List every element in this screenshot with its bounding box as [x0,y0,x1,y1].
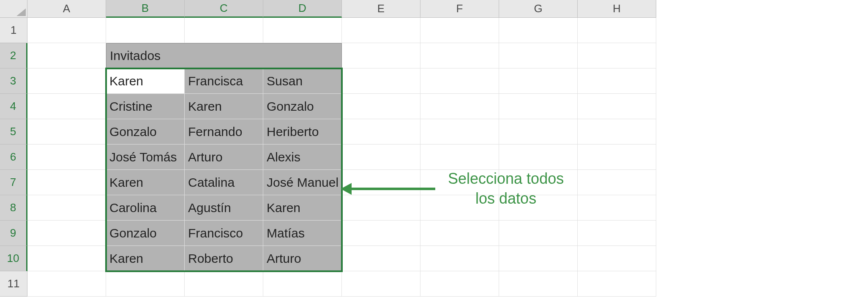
cell-H3[interactable] [578,68,656,94]
col-header-B[interactable]: B [106,0,185,18]
cell-H11[interactable] [578,271,656,297]
cell-B8[interactable]: Carolina [106,195,185,221]
cell-H8[interactable] [578,195,656,221]
cell-A1[interactable] [27,18,106,43]
cell-B6[interactable]: José Tomás [106,145,185,170]
cell-F6[interactable] [420,145,499,170]
cell-G9[interactable] [499,221,578,246]
cell-C11[interactable] [185,271,263,297]
cell-C4[interactable]: Karen [185,94,263,119]
row-header-2[interactable]: 2 [0,43,27,68]
cell-B4[interactable]: Cristine [106,94,185,119]
cell-H6[interactable] [578,145,656,170]
select-all-corner[interactable] [0,0,27,18]
cell-G5[interactable] [499,119,578,145]
cell-H9[interactable] [578,221,656,246]
cell-C8[interactable]: Agustín [185,195,263,221]
cell-A2[interactable] [27,43,106,68]
cell-C1[interactable] [185,18,263,43]
cell-C9[interactable]: Francisco [185,221,263,246]
row-header-4[interactable]: 4 [0,94,27,119]
col-header-E[interactable]: E [342,0,420,18]
cell-F1[interactable] [420,18,499,43]
cell-A6[interactable] [27,145,106,170]
cell-D7[interactable]: José Manuel [263,170,342,195]
cell-C10[interactable]: Roberto [185,246,263,271]
cell-A7[interactable] [27,170,106,195]
cell-A4[interactable] [27,94,106,119]
cell-G1[interactable] [499,18,578,43]
cell-C3[interactable]: Francisca [185,68,263,94]
cell-G3[interactable] [499,68,578,94]
cell-H4[interactable] [578,94,656,119]
col-header-A[interactable]: A [27,0,106,18]
cell-E10[interactable] [342,246,420,271]
cell-B9[interactable]: Gonzalo [106,221,185,246]
cell-B7[interactable]: Karen [106,170,185,195]
cell-E6[interactable] [342,145,420,170]
row-header-8[interactable]: 8 [0,195,27,221]
cell-A5[interactable] [27,119,106,145]
row-header-6[interactable]: 6 [0,145,27,170]
cell-A11[interactable] [27,271,106,297]
cell-F3[interactable] [420,68,499,94]
cell-D10[interactable]: Arturo [263,246,342,271]
cell-B1[interactable] [106,18,185,43]
cell-F2[interactable] [420,43,499,68]
spreadsheet-grid[interactable]: A B C D E F G H 1 2 Invitados 3 Karen Fr… [0,0,868,297]
cell-E2[interactable] [342,43,420,68]
cell-F5[interactable] [420,119,499,145]
col-header-H[interactable]: H [578,0,656,18]
cell-E5[interactable] [342,119,420,145]
cell-F4[interactable] [420,94,499,119]
cell-G11[interactable] [499,271,578,297]
cell-B3[interactable]: Karen [106,68,185,94]
cell-A10[interactable] [27,246,106,271]
cell-B10[interactable]: Karen [106,246,185,271]
cell-F9[interactable] [420,221,499,246]
col-header-G[interactable]: G [499,0,578,18]
cell-G6[interactable] [499,145,578,170]
cell-D9[interactable]: Matías [263,221,342,246]
row-header-9[interactable]: 9 [0,221,27,246]
cell-E9[interactable] [342,221,420,246]
cell-E1[interactable] [342,18,420,43]
cell-B11[interactable] [106,271,185,297]
cell-G2[interactable] [499,43,578,68]
row-header-7[interactable]: 7 [0,170,27,195]
cell-F11[interactable] [420,271,499,297]
cell-D5[interactable]: Heriberto [263,119,342,145]
cell-E4[interactable] [342,94,420,119]
cell-D3[interactable]: Susan [263,68,342,94]
cell-H1[interactable] [578,18,656,43]
cell-H7[interactable] [578,170,656,195]
cell-D6[interactable]: Alexis [263,145,342,170]
cell-C5[interactable]: Fernando [185,119,263,145]
row-header-11[interactable]: 11 [0,271,27,297]
cell-H5[interactable] [578,119,656,145]
cell-A3[interactable] [27,68,106,94]
cell-E3[interactable] [342,68,420,94]
cell-D8[interactable]: Karen [263,195,342,221]
cell-C6[interactable]: Arturo [185,145,263,170]
col-header-D[interactable]: D [263,0,342,18]
row-header-10[interactable]: 10 [0,246,27,271]
cell-D1[interactable] [263,18,342,43]
cell-E11[interactable] [342,271,420,297]
cell-G10[interactable] [499,246,578,271]
cell-H2[interactable] [578,43,656,68]
cell-F10[interactable] [420,246,499,271]
row-header-5[interactable]: 5 [0,119,27,145]
cell-A8[interactable] [27,195,106,221]
row-header-1[interactable]: 1 [0,18,27,43]
row-header-3[interactable]: 3 [0,68,27,94]
cell-D11[interactable] [263,271,342,297]
col-header-C[interactable]: C [185,0,263,18]
cell-A9[interactable] [27,221,106,246]
col-header-F[interactable]: F [420,0,499,18]
cell-C7[interactable]: Catalina [185,170,263,195]
cell-G4[interactable] [499,94,578,119]
cell-B2-merged[interactable]: Invitados [106,43,342,68]
cell-B5[interactable]: Gonzalo [106,119,185,145]
cell-D4[interactable]: Gonzalo [263,94,342,119]
